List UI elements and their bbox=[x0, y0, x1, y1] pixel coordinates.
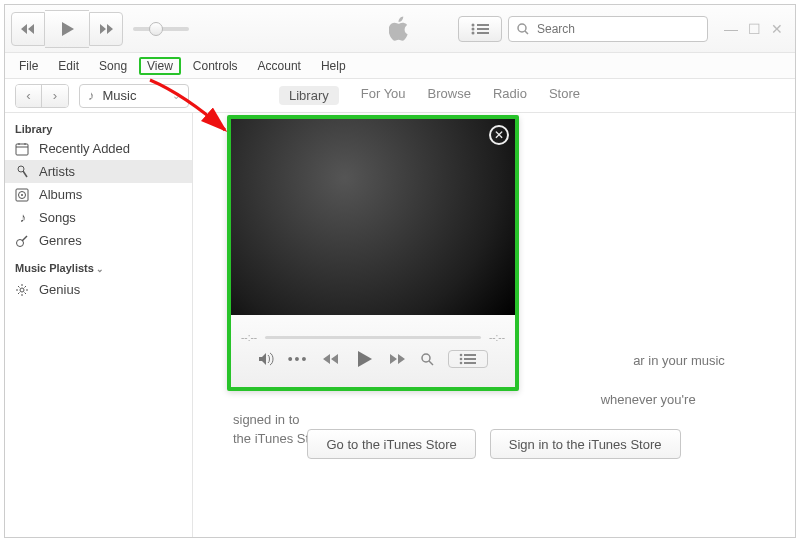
sidebar-item-genres[interactable]: Genres bbox=[5, 229, 192, 252]
menu-edit[interactable]: Edit bbox=[50, 57, 87, 75]
miniplayer-artwork: ✕ bbox=[231, 119, 515, 315]
tab-library[interactable]: Library bbox=[279, 86, 339, 105]
sidebar-item-songs[interactable]: ♪ Songs bbox=[5, 206, 192, 229]
sidebar-header-playlists[interactable]: Music Playlists⌄ bbox=[5, 252, 192, 278]
sidebar-item-artists[interactable]: Artists bbox=[5, 160, 192, 183]
search-field[interactable] bbox=[535, 21, 699, 37]
svg-point-2 bbox=[472, 27, 475, 30]
svg-rect-5 bbox=[477, 32, 489, 34]
tab-store[interactable]: Store bbox=[549, 86, 580, 105]
sidebar-item-albums[interactable]: Albums bbox=[5, 183, 192, 206]
svg-point-30 bbox=[460, 353, 463, 356]
sidebar-item-genius[interactable]: Genius bbox=[5, 278, 192, 301]
miniplayer-next-button[interactable] bbox=[388, 353, 406, 365]
svg-rect-31 bbox=[464, 354, 476, 356]
sidebar-item-label: Recently Added bbox=[39, 141, 130, 156]
sidebar-item-label: Songs bbox=[39, 210, 76, 225]
miniplayer-volume-icon[interactable] bbox=[258, 352, 274, 366]
nav-forward-button[interactable]: › bbox=[42, 85, 68, 107]
sidebar-item-label: Albums bbox=[39, 187, 82, 202]
sidebar-header-library: Library bbox=[5, 119, 192, 137]
svg-point-0 bbox=[472, 23, 475, 26]
sidebar-item-label: Genres bbox=[39, 233, 82, 248]
svg-point-6 bbox=[518, 24, 526, 32]
svg-rect-35 bbox=[464, 362, 476, 364]
miniplayer-up-next-button[interactable] bbox=[448, 350, 488, 368]
volume-slider[interactable] bbox=[133, 27, 189, 31]
next-button[interactable] bbox=[89, 12, 123, 46]
miniplayer-previous-button[interactable] bbox=[322, 353, 340, 365]
svg-line-29 bbox=[429, 361, 433, 365]
menu-file[interactable]: File bbox=[11, 57, 46, 75]
svg-point-28 bbox=[422, 354, 430, 362]
tab-for-you[interactable]: For You bbox=[361, 86, 406, 105]
miniplayer-window[interactable]: ✕ --:-- --:-- ••• bbox=[227, 115, 519, 391]
svg-rect-1 bbox=[477, 24, 489, 26]
search-input[interactable] bbox=[508, 16, 708, 42]
svg-rect-3 bbox=[477, 28, 489, 30]
apple-logo-icon bbox=[389, 16, 411, 42]
miniplayer-progress-bar[interactable] bbox=[265, 336, 481, 339]
play-button[interactable] bbox=[45, 10, 89, 48]
chevron-down-icon: ⌄ bbox=[96, 264, 104, 274]
sidebar-item-recently-added[interactable]: Recently Added bbox=[5, 137, 192, 160]
svg-line-27 bbox=[18, 292, 20, 294]
note-icon: ♪ bbox=[15, 210, 31, 225]
svg-line-7 bbox=[525, 31, 528, 34]
menu-controls[interactable]: Controls bbox=[185, 57, 246, 75]
tab-browse[interactable]: Browse bbox=[428, 86, 471, 105]
menu-help[interactable]: Help bbox=[313, 57, 354, 75]
sidebar-item-label: Genius bbox=[39, 282, 80, 297]
up-next-button[interactable] bbox=[458, 16, 502, 42]
window-close-button[interactable]: ✕ bbox=[771, 21, 783, 37]
svg-point-4 bbox=[472, 31, 475, 34]
svg-point-16 bbox=[21, 194, 23, 196]
calendar-icon bbox=[15, 142, 31, 156]
svg-point-32 bbox=[460, 357, 463, 360]
svg-rect-8 bbox=[16, 144, 28, 155]
sidebar-item-label: Artists bbox=[39, 164, 75, 179]
window-minimize-button[interactable]: — bbox=[724, 21, 738, 37]
miniplayer-time-elapsed: --:-- bbox=[241, 332, 257, 343]
miniplayer-search-icon[interactable] bbox=[420, 352, 434, 366]
tab-radio[interactable]: Radio bbox=[493, 86, 527, 105]
svg-line-24 bbox=[18, 286, 20, 288]
volume-knob[interactable] bbox=[149, 22, 163, 36]
miniplayer-more-icon[interactable]: ••• bbox=[288, 351, 309, 367]
search-icon bbox=[517, 23, 529, 35]
media-type-select[interactable]: ♪ Music ⌄ bbox=[79, 84, 189, 108]
microphone-icon bbox=[15, 165, 31, 179]
miniplayer-play-button[interactable] bbox=[354, 349, 374, 369]
menu-view[interactable]: View bbox=[139, 57, 181, 75]
svg-line-25 bbox=[25, 292, 27, 294]
go-to-store-button[interactable]: Go to the iTunes Store bbox=[307, 429, 475, 459]
previous-button[interactable] bbox=[11, 12, 45, 46]
music-note-icon: ♪ bbox=[88, 88, 95, 103]
svg-point-34 bbox=[460, 361, 463, 364]
svg-line-18 bbox=[22, 236, 27, 241]
album-icon bbox=[15, 188, 31, 202]
menu-account[interactable]: Account bbox=[250, 57, 309, 75]
sign-in-store-button[interactable]: Sign in to the iTunes Store bbox=[490, 429, 681, 459]
svg-point-19 bbox=[20, 288, 24, 292]
miniplayer-time-remaining: --:-- bbox=[489, 332, 505, 343]
nav-back-button[interactable]: ‹ bbox=[16, 85, 42, 107]
miniplayer-close-button[interactable]: ✕ bbox=[489, 125, 509, 145]
chevron-updown-icon: ⌄ bbox=[172, 90, 180, 101]
svg-rect-33 bbox=[464, 358, 476, 360]
guitar-icon bbox=[15, 234, 31, 248]
menu-song[interactable]: Song bbox=[91, 57, 135, 75]
svg-line-26 bbox=[25, 286, 27, 288]
genius-icon bbox=[15, 283, 31, 297]
svg-line-13 bbox=[23, 171, 27, 177]
window-maximize-button[interactable]: ☐ bbox=[748, 21, 761, 37]
media-type-label: Music bbox=[103, 88, 137, 103]
